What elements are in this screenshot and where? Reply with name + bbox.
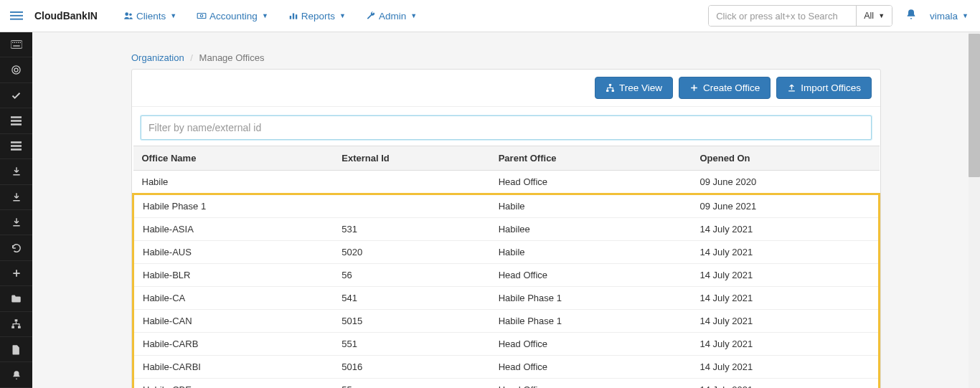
chevron-down-icon: ▼ (339, 12, 346, 19)
chevron-down-icon: ▼ (878, 12, 885, 19)
sidebar-keyboard-icon[interactable] (0, 32, 32, 57)
notifications-icon[interactable] (905, 9, 917, 23)
cell-parent: Head Office (491, 264, 693, 287)
svg-rect-27 (18, 326, 21, 328)
cell-parent: Head Office (491, 171, 693, 194)
svg-rect-10 (11, 41, 22, 49)
table-row[interactable]: Habile-CBE55Head Office14 July 2021 (133, 379, 880, 389)
global-search: All▼ (708, 5, 892, 27)
svg-rect-24 (11, 149, 22, 151)
upload-icon (787, 83, 796, 93)
cell-ext: 56 (334, 264, 491, 287)
table-row[interactable]: Habile-CAN5015Habile Phase 114 July 2021 (133, 310, 880, 333)
nav-clients[interactable]: Clients▼ (123, 11, 176, 22)
sidebar-bell-icon[interactable] (0, 362, 32, 387)
sidebar-refresh-icon[interactable] (0, 235, 32, 260)
sidebar-download1-icon[interactable] (0, 159, 32, 184)
svg-rect-29 (606, 90, 608, 92)
nav-accounting[interactable]: Accounting▼ (197, 11, 268, 22)
sidebar-target-icon[interactable] (0, 57, 32, 82)
sitemap-icon (606, 83, 615, 93)
left-sidebar (0, 32, 32, 388)
menu-toggle-icon[interactable] (7, 6, 26, 25)
table-row[interactable]: Habile Phase 1Habile09 June 2021 (133, 194, 880, 218)
table-row[interactable]: Habile-CARB551Head Office14 July 2021 (133, 333, 880, 356)
cell-ext: 531 (334, 218, 491, 241)
user-menu[interactable]: vimala▼ (930, 11, 969, 22)
sidebar-folder-icon[interactable] (0, 286, 32, 311)
cell-parent: Habile (491, 194, 693, 218)
sidebar-plus-icon[interactable] (0, 261, 32, 286)
svg-rect-26 (11, 326, 14, 328)
sidebar-check-icon[interactable] (0, 83, 32, 108)
table-row[interactable]: Habile-BLR56Head Office14 July 2021 (133, 264, 880, 287)
table-row[interactable]: Habile-CA541Habile Phase 114 July 2021 (133, 287, 880, 310)
cell-name: Habile-CBE (133, 379, 335, 389)
create-office-button[interactable]: Create Office (679, 77, 771, 99)
plus-icon (689, 83, 699, 93)
svg-rect-15 (19, 42, 20, 43)
svg-rect-16 (13, 46, 19, 47)
sidebar-file-icon[interactable] (0, 337, 32, 362)
svg-rect-30 (612, 90, 614, 92)
svg-rect-21 (11, 123, 22, 126)
sidebar-sitemap-icon[interactable] (0, 312, 32, 337)
col-external-id[interactable]: External Id (334, 146, 491, 171)
svg-rect-8 (293, 14, 294, 19)
sidebar-download3-icon[interactable] (0, 210, 32, 235)
cell-opened: 14 July 2021 (692, 218, 879, 241)
svg-rect-2 (10, 19, 23, 20)
users-icon (123, 11, 133, 21)
page-scrollbar[interactable] (969, 32, 980, 388)
wrench-icon (366, 11, 376, 21)
cell-parent: Habile Phase 1 (491, 287, 693, 310)
table-row[interactable]: Habile-CARBI5016Head Office14 July 2021 (133, 356, 880, 379)
nav-reports[interactable]: Reports▼ (288, 11, 346, 22)
svg-rect-7 (290, 16, 291, 19)
cell-name: Habile-CARBI (133, 356, 335, 379)
table-row[interactable]: Habile-AUS5020Habile14 July 2021 (133, 241, 880, 264)
sidebar-list-icon[interactable] (0, 108, 32, 133)
svg-rect-9 (296, 14, 297, 19)
chevron-down-icon: ▼ (962, 12, 969, 19)
cell-ext: 55 (334, 379, 491, 389)
sidebar-list2-icon[interactable] (0, 134, 32, 159)
svg-rect-5 (197, 14, 206, 19)
svg-rect-0 (10, 11, 23, 13)
cell-parent: Habile Phase 1 (491, 310, 693, 333)
import-offices-button[interactable]: Import Offices (776, 77, 872, 99)
table-row[interactable]: HabileHead Office09 June 2020 (133, 171, 880, 194)
cell-parent: Head Office (491, 333, 693, 356)
offices-table: Office Name External Id Parent Office Op… (132, 146, 880, 388)
cell-parent: Head Office (491, 356, 693, 379)
cell-opened: 14 July 2021 (692, 333, 879, 356)
svg-rect-1 (10, 15, 23, 16)
cell-opened: 09 June 2020 (692, 171, 879, 194)
svg-rect-12 (14, 42, 14, 43)
col-opened-on[interactable]: Opened On (692, 146, 879, 171)
breadcrumb-organization-link[interactable]: Organization (131, 52, 184, 63)
table-row[interactable]: Habile-ASIA531Habilee14 July 2021 (133, 218, 880, 241)
cell-name: Habile-ASIA (133, 218, 335, 241)
svg-point-18 (14, 68, 18, 72)
svg-rect-22 (11, 142, 22, 144)
col-parent-office[interactable]: Parent Office (491, 146, 693, 171)
cell-opened: 14 July 2021 (692, 379, 879, 389)
svg-rect-13 (16, 42, 17, 43)
svg-point-6 (200, 14, 203, 17)
search-input[interactable] (709, 6, 856, 26)
sidebar-download2-icon[interactable] (0, 185, 32, 210)
filter-input[interactable] (141, 115, 872, 140)
svg-rect-19 (11, 116, 22, 118)
col-office-name[interactable]: Office Name (133, 146, 335, 171)
nav-admin[interactable]: Admin▼ (366, 11, 417, 22)
cell-name: Habile-CAN (133, 310, 335, 333)
tree-view-button[interactable]: Tree View (595, 77, 673, 99)
svg-point-4 (129, 14, 132, 16)
cell-parent: Head Office (491, 379, 693, 389)
offices-panel: Tree View Create Office Import Offices (131, 69, 881, 388)
top-navbar: CloudBankIN Clients▼ Accounting▼ Reports… (0, 0, 980, 32)
brand-logo: CloudBankIN (34, 10, 98, 22)
search-scope-dropdown[interactable]: All▼ (856, 6, 892, 26)
svg-rect-28 (609, 84, 611, 86)
